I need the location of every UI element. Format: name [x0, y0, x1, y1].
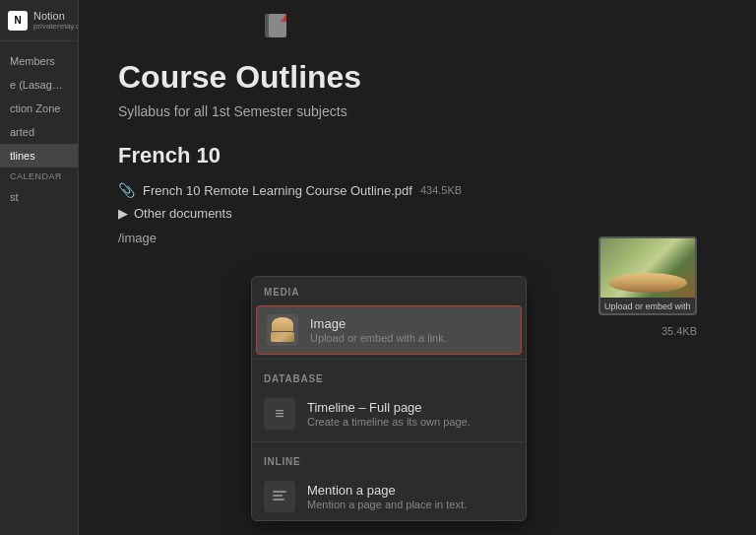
svg-rect-3	[273, 491, 286, 493]
svg-rect-5	[273, 499, 284, 501]
file-below-size: 35.4KB	[662, 325, 697, 337]
timeline-item-title: Timeline – Full page	[307, 400, 514, 415]
dropdown-section-database: DATABASE	[252, 364, 526, 390]
other-docs-label: Other documents	[134, 206, 232, 221]
sidebar-item-st[interactable]: st	[0, 185, 78, 209]
app-info: Notion privaterelay.ap...	[33, 10, 79, 31]
dropdown-section-inline: INLINE	[252, 446, 526, 473]
app-name: Notion	[33, 10, 79, 22]
dropdown-item-mention[interactable]: Mention a page Mention a page and place …	[252, 473, 526, 520]
dropdown-item-timeline[interactable]: Timeline – Full page Create a timeline a…	[252, 390, 526, 437]
notion-logo: N	[8, 11, 28, 31]
main-content: Course Outlines Syllabus for all 1st Sem…	[79, 0, 756, 535]
thumbnail-image	[600, 238, 695, 298]
sidebar-item-outlines[interactable]: tlines	[0, 144, 78, 167]
sidebar-item-lasagna[interactable]: e (Lasagna ...	[0, 73, 78, 97]
file-size: 434.5KB	[420, 184, 462, 196]
dropdown-divider-2	[252, 441, 526, 442]
sidebar-item-members[interactable]: Members	[0, 49, 78, 73]
image-item-icon	[267, 314, 298, 346]
app-header[interactable]: N Notion privaterelay.ap... ⌃	[0, 0, 78, 41]
image-item-content: Image Upload or embed with a link.	[310, 316, 511, 344]
dropdown-section-media: MEDIA	[252, 277, 526, 303]
page-subtitle: Syllabus for all 1st Semester subjects	[118, 103, 717, 119]
sidebar-item-action-zone[interactable]: ction Zone	[0, 97, 78, 120]
image-item-title: Image	[310, 316, 511, 331]
file-below-thumb-size: 35.4KB	[662, 325, 697, 337]
image-item-desc: Upload or embed with a link.	[310, 332, 511, 344]
mention-item-content: Mention a page Mention a page and place …	[307, 483, 514, 510]
file-item: 📎 French 10 Remote Learning Course Outli…	[118, 182, 717, 198]
page-header: Course Outlines Syllabus for all 1st Sem…	[118, 59, 717, 245]
sidebar-calendar-label: CALENDAR	[0, 167, 78, 185]
other-docs-toggle[interactable]: ▶ Other documents	[118, 206, 717, 221]
dropdown-item-image[interactable]: Image Upload or embed with a link.	[256, 305, 522, 355]
page-title: Course Outlines	[118, 59, 717, 96]
dropdown-menu: MEDIA Image Upload or embed with a link.…	[251, 276, 527, 521]
timeline-item-icon	[264, 398, 295, 430]
sidebar: N Notion privaterelay.ap... ⌃ Members e …	[0, 0, 79, 535]
sidebar-item-started[interactable]: arted	[0, 120, 78, 144]
thumbnail-caption: Upload or embed with a link.	[600, 298, 695, 315]
svg-rect-4	[273, 495, 283, 497]
collapse-arrow: ▶	[118, 206, 128, 221]
mention-item-desc: Mention a page and place in text.	[307, 499, 514, 510]
sidebar-nav: Members e (Lasagna ... ction Zone arted …	[0, 41, 78, 535]
file-icon: 📎	[118, 182, 135, 198]
mention-item-title: Mention a page	[307, 483, 514, 498]
notion-top-icon	[261, 8, 296, 47]
image-thumbnail: Upload or embed with a link.	[598, 236, 697, 315]
app-url: privaterelay.ap...	[33, 22, 79, 31]
file-name: French 10 Remote Learning Course Outline…	[143, 183, 412, 198]
section-heading: French 10	[118, 143, 717, 168]
timeline-item-desc: Create a timeline as its own page.	[307, 416, 514, 428]
dropdown-divider-1	[252, 359, 526, 360]
svg-rect-1	[269, 14, 286, 37]
mention-item-icon	[264, 481, 295, 512]
timeline-item-content: Timeline – Full page Create a timeline a…	[307, 400, 514, 428]
